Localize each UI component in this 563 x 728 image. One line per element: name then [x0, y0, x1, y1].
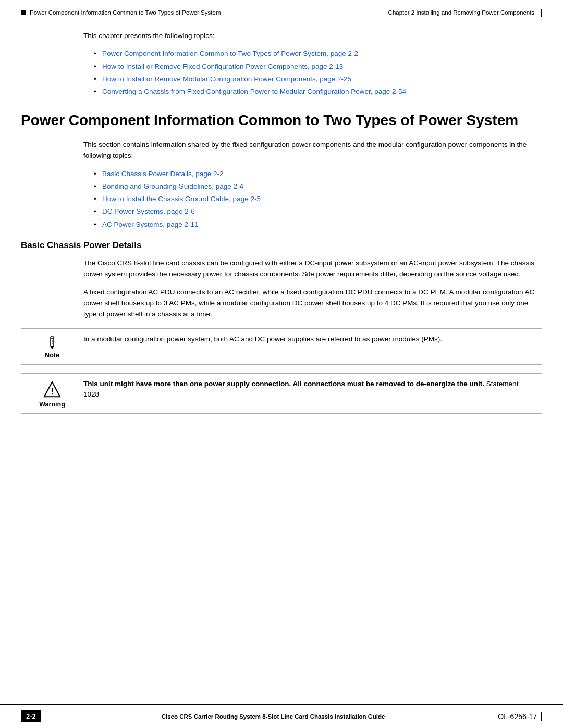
note-label: Note: [45, 352, 59, 359]
footer-left: 2-2: [21, 710, 48, 722]
content-area: This chapter presents the following topi…: [0, 20, 563, 728]
footer-center-text: Cisco CRS Carrier Routing System 8-Slot …: [48, 713, 498, 720]
body-para-1: The Cisco CRS 8-slot line card chassis c…: [83, 258, 542, 280]
topic-link-1[interactable]: Power Component Information Common to Tw…: [102, 50, 358, 57]
section-link-5[interactable]: AC Power Systems, page 2-11: [102, 220, 199, 228]
section-links-list: Basic Chassis Power Details, page 2-2 Bo…: [94, 169, 542, 230]
list-item: AC Power Systems, page 2-11: [94, 219, 542, 230]
note-content: In a modular configuration power system,…: [83, 334, 542, 345]
svg-text:!: !: [51, 387, 54, 397]
header-square-icon: [21, 10, 26, 15]
footer-doc-number: OL-6256-17: [498, 712, 537, 721]
section-link-2[interactable]: Bonding and Grounding Guidelines, page 2…: [102, 182, 243, 190]
list-item: DC Power Systems, page 2-6: [94, 206, 542, 217]
intro-text: This chapter presents the following topi…: [83, 31, 542, 41]
header-breadcrumb: Power Component Information Common to Tw…: [30, 9, 221, 16]
list-item: How to Install or Remove Fixed Configura…: [94, 61, 542, 72]
chapter-heading: Power Component Information Common to Tw…: [21, 112, 542, 129]
note-box: Note In a modular configuration power sy…: [21, 328, 542, 365]
header-bar-icon: [541, 9, 542, 17]
topic-link-3[interactable]: How to Install or Remove Modular Configu…: [102, 75, 351, 83]
topic-link-2[interactable]: How to Install or Remove Fixed Configura…: [102, 63, 343, 70]
warning-content: This unit might have more than one power…: [83, 379, 542, 401]
footer-right-area: OL-6256-17: [498, 712, 542, 721]
warning-icon-area: ! Warning: [21, 379, 83, 408]
section-intro: This section contains information shared…: [83, 140, 542, 162]
section-link-4[interactable]: DC Power Systems, page 2-6: [102, 207, 195, 215]
page-footer: 2-2 Cisco CRS Carrier Routing System 8-S…: [0, 704, 563, 728]
footer-page-number: 2-2: [21, 710, 41, 722]
warning-triangle-icon: !: [43, 381, 61, 399]
topic-link-4[interactable]: Converting a Chassis from Fixed Configur…: [102, 88, 406, 95]
warning-bold-text: This unit might have more than one power…: [83, 380, 484, 388]
svg-marker-1: [51, 346, 54, 349]
section-link-1[interactable]: Basic Chassis Power Details, page 2-2: [102, 170, 224, 178]
note-icon-area: Note: [21, 334, 83, 359]
header-right: Chapter 2 Installing and Removing Power …: [388, 9, 542, 17]
page-header: Power Component Information Common to Tw…: [0, 0, 563, 20]
list-item: Converting a Chassis from Fixed Configur…: [94, 87, 542, 97]
list-item: Basic Chassis Power Details, page 2-2: [94, 169, 542, 179]
list-item: How to Install the Chassis Ground Cable,…: [94, 194, 542, 204]
list-item: How to Install or Remove Modular Configu…: [94, 74, 542, 84]
note-pencil-icon: [45, 335, 59, 350]
body-para-2: A fixed configuration AC PDU connects to…: [83, 287, 542, 320]
section-link-3[interactable]: How to Install the Chassis Ground Cable,…: [102, 195, 261, 203]
topic-links-list: Power Component Information Common to Tw…: [94, 48, 542, 97]
subsection-heading: Basic Chassis Power Details: [21, 240, 542, 251]
warning-label: Warning: [39, 401, 65, 408]
header-chapter-info: Chapter 2 Installing and Removing Power …: [388, 9, 535, 16]
warning-box: ! Warning This unit might have more than…: [21, 373, 542, 414]
svg-rect-0: [51, 337, 54, 346]
footer-right-bar-icon: [541, 712, 542, 721]
list-item: Power Component Information Common to Tw…: [94, 48, 542, 59]
header-left: Power Component Information Common to Tw…: [21, 9, 221, 16]
list-item: Bonding and Grounding Guidelines, page 2…: [94, 181, 542, 192]
page-container: Power Component Information Common to Tw…: [0, 0, 563, 728]
